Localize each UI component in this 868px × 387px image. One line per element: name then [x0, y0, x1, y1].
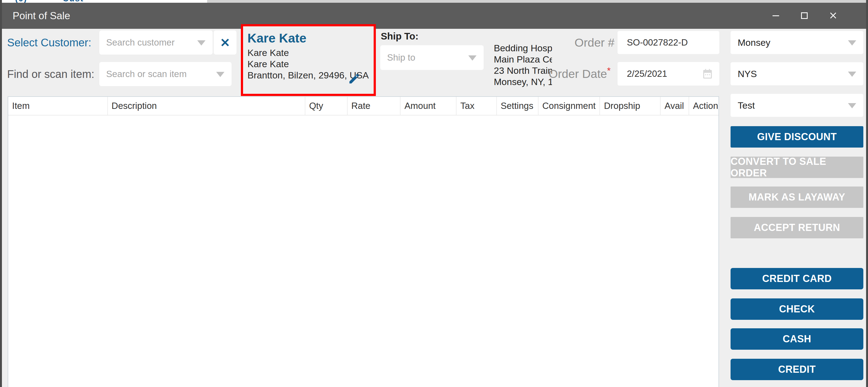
accept-return-button[interactable]: ACCEPT RETURN [731, 217, 863, 238]
column-header-dropship: Dropship [599, 97, 660, 115]
chevron-down-icon [848, 40, 856, 45]
clipped-text-fragment: Cust [63, 0, 84, 3]
order-number-field[interactable] [618, 31, 719, 54]
address-line: 23 North Train D [494, 65, 552, 76]
order-date-field[interactable] [618, 62, 719, 86]
order-number-input[interactable] [618, 31, 719, 54]
tax-dropdown-value: NYS [738, 62, 757, 85]
address-line: Monsey, NY, 109 [494, 76, 552, 88]
maximize-button[interactable] [796, 7, 813, 25]
mark-as-layaway-button[interactable]: MARK AS LAYAWAY [731, 187, 863, 208]
ship-to-combobox[interactable] [380, 45, 484, 70]
pos-window: (0) Cust Point of Sale Select Customer: … [0, 0, 868, 387]
cash-button[interactable]: CASH [731, 328, 863, 350]
order-date-label-text: Order Date [549, 67, 607, 80]
title-bar: Point of Sale [0, 3, 868, 29]
items-table-header: Item Description Qty Rate Amount Tax Set… [8, 97, 718, 116]
clipped-text-fragment: (0) [15, 0, 27, 3]
check-button[interactable]: CHECK [731, 298, 863, 320]
column-header-settings: Settings [496, 97, 538, 115]
customer-search-combobox[interactable] [99, 30, 213, 55]
clear-customer-button[interactable]: ✕ [214, 30, 237, 55]
customer-name: Kare Kate [247, 31, 374, 45]
items-table-body [8, 116, 718, 387]
selected-customer-card: Kare Kate Kare Kate Kare Kate Brantton, … [241, 24, 376, 96]
pencil-icon [348, 72, 361, 85]
edit-customer-button[interactable] [348, 72, 361, 86]
minimize-button[interactable] [767, 7, 784, 25]
chevron-down-icon [468, 55, 476, 61]
chevron-down-icon [197, 40, 206, 45]
customer-detail-line: Kare Kate [247, 47, 374, 58]
address-line: Bedding Hospita [494, 42, 552, 54]
required-asterisk: * [607, 65, 611, 76]
window-border-right [866, 0, 868, 387]
background-window-edge [207, 0, 868, 3]
close-icon [829, 12, 837, 20]
give-discount-button[interactable]: GIVE DISCOUNT [731, 126, 863, 148]
item-search-combobox[interactable] [99, 62, 231, 86]
items-table: Item Description Qty Rate Amount Tax Set… [8, 96, 719, 387]
customer-detail-line: Kare Kate [247, 58, 374, 70]
location-dropdown[interactable]: Monsey [731, 31, 863, 54]
price-level-dropdown[interactable]: Test [731, 94, 863, 117]
location-dropdown-value: Monsey [738, 31, 770, 54]
find-item-label: Find or scan item: [7, 62, 94, 86]
credit-button[interactable]: CREDIT [731, 359, 863, 380]
shipping-address-block: Bedding Hospita Main Plaza Cent 23 North… [494, 42, 552, 89]
convert-to-sale-order-button[interactable]: CONVERT TO SALE ORDER [731, 157, 863, 178]
column-header-tax: Tax [456, 97, 496, 115]
chevron-down-icon [848, 103, 856, 108]
column-header-description: Description [107, 97, 305, 115]
order-number-label: Order # [565, 31, 615, 54]
price-level-dropdown-value: Test [738, 94, 755, 117]
clear-x-icon: ✕ [220, 36, 230, 50]
window-title: Point of Sale [12, 3, 70, 29]
column-header-amount: Amount [400, 97, 456, 115]
chevron-down-icon [216, 72, 224, 77]
column-header-rate: Rate [347, 97, 400, 115]
column-header-avail: Avail [660, 97, 689, 115]
ship-to-label: Ship To: [381, 31, 418, 42]
address-line: Main Plaza Cent [494, 54, 552, 65]
customer-search-input[interactable] [99, 30, 213, 55]
order-date-label: Order Date* [549, 62, 611, 86]
column-header-action: Action [689, 97, 718, 115]
calendar-icon[interactable] [702, 68, 713, 80]
minimize-icon [773, 15, 779, 16]
column-header-qty: Qty [305, 97, 347, 115]
column-header-item: Item [8, 97, 107, 115]
background-window-strip: (0) Cust [0, 0, 868, 3]
credit-card-button[interactable]: CREDIT CARD [731, 268, 863, 289]
column-header-consignment: Consignment [538, 97, 600, 115]
item-search-input[interactable] [99, 62, 231, 86]
chevron-down-icon [848, 72, 856, 77]
select-customer-label: Select Customer: [7, 30, 91, 55]
maximize-icon [801, 12, 808, 19]
tax-dropdown[interactable]: NYS [731, 62, 863, 85]
close-button[interactable] [825, 7, 842, 25]
window-border-left [0, 0, 2, 387]
